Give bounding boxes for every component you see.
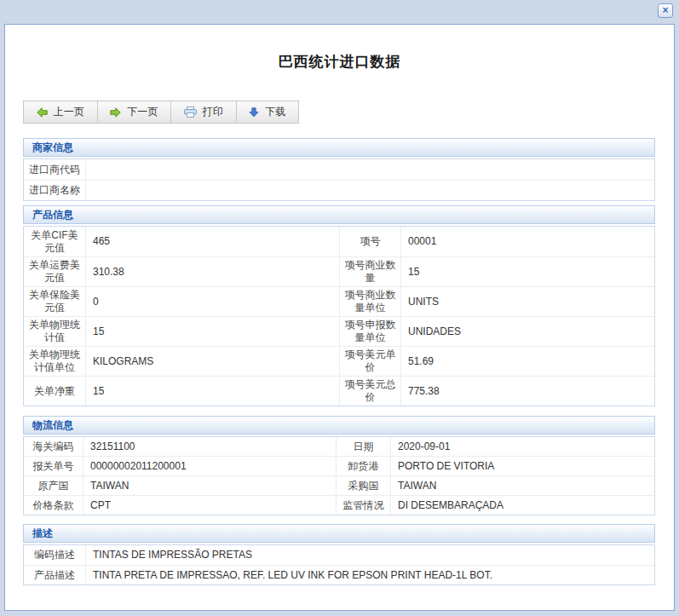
field-value: 2020-09-01	[391, 437, 654, 456]
prev-page-label: 上一页	[54, 105, 84, 119]
dialog-panel: 巴西统计进口数据 上一页 下一页 打印	[4, 24, 675, 611]
table-row: 报关单号 00000002011200001 卸货港 PORTO DE VITO…	[24, 456, 654, 475]
field-value: UNITS	[401, 287, 654, 316]
field-value: 15	[86, 377, 339, 406]
field-value: 51.69	[401, 347, 654, 376]
description-table: 编码描述 TINTAS DE IMPRESSÃO PRETAS 产品描述 TIN…	[23, 544, 655, 585]
field-label: 关单CIF美元值	[24, 227, 86, 256]
field-value: 15	[401, 257, 654, 286]
field-value: TINTA PRETA DE IMPRESSAO, REF. LED UV IN…	[86, 566, 654, 584]
download-button[interactable]: 下载	[237, 101, 299, 123]
table-row: 关单运费美元值 310.38 项号商业数量 15	[24, 256, 654, 286]
field-value: 32151100	[83, 437, 336, 456]
field-value: KILOGRAMS	[86, 347, 339, 376]
field-value: TAIWAN	[391, 476, 654, 495]
field-label: 进口商代码	[24, 159, 86, 180]
field-label: 项号美元单价	[339, 347, 401, 376]
arrow-left-green-icon	[37, 107, 48, 118]
field-label: 项号美元总价	[339, 377, 401, 406]
printer-icon	[184, 107, 197, 118]
field-label: 产品描述	[24, 566, 86, 584]
table-row: 价格条款 CPT 监管情况 DI DESEMBARAÇADA	[24, 495, 654, 515]
print-label: 打印	[203, 105, 223, 119]
table-row: 海关编码 32151100 日期 2020-09-01	[24, 437, 654, 456]
table-row: 进口商代码	[24, 159, 654, 180]
section-header: 描述	[23, 524, 655, 543]
merchant-table: 进口商代码 进口商名称	[23, 158, 655, 201]
field-label: 报关单号	[24, 457, 83, 475]
section-header: 产品信息	[23, 205, 655, 224]
section-logistics-info: 物流信息 海关编码 32151100 日期 2020-09-01 报关单号 00…	[23, 416, 655, 515]
field-label: 监管情况	[336, 496, 391, 515]
field-value: 00001	[401, 227, 654, 256]
field-label: 进口商名称	[24, 181, 86, 200]
next-page-label: 下一页	[127, 105, 158, 119]
field-label: 项号商业数量单位	[339, 287, 401, 316]
table-row: 关单CIF美元值 465 项号 00001	[24, 227, 654, 256]
field-label: 日期	[336, 437, 391, 456]
field-value: PORTO DE VITORIA	[391, 457, 654, 475]
field-value: TAIWAN	[83, 476, 336, 495]
field-value: UNIDADES	[401, 317, 654, 346]
table-row: 关单保险美元值 0 项号商业数量单位 UNITS	[24, 286, 654, 316]
field-label: 卸货港	[336, 457, 391, 475]
table-row: 关单物理统计值 15 项号申报数量单位 UNIDADES	[24, 316, 654, 346]
prev-page-button[interactable]: 上一页	[24, 101, 98, 123]
field-label: 海关编码	[24, 437, 83, 456]
field-value: 15	[86, 317, 339, 346]
field-value: 0	[86, 287, 339, 316]
field-value: TINTAS DE IMPRESSÃO PRETAS	[86, 545, 654, 565]
arrow-right-green-icon	[110, 107, 121, 118]
field-label: 原产国	[24, 476, 83, 495]
table-row: 产品描述 TINTA PRETA DE IMPRESSAO, REF. LED …	[24, 565, 654, 584]
field-label: 关单物理统计值单位	[24, 347, 86, 376]
field-value	[86, 159, 654, 180]
field-label: 编码描述	[24, 545, 86, 565]
table-row: 原产国 TAIWAN 采购国 TAIWAN	[24, 475, 654, 495]
field-label: 项号申报数量单位	[339, 317, 401, 346]
section-header: 物流信息	[23, 416, 655, 435]
field-value: CPT	[83, 496, 336, 515]
toolbar: 上一页 下一页 打印 下载	[23, 101, 299, 124]
section-description: 描述 编码描述 TINTAS DE IMPRESSÃO PRETAS 产品描述 …	[23, 524, 655, 585]
product-table: 关单CIF美元值 465 项号 00001 关单运费美元值 310.38 项号商…	[23, 226, 655, 406]
next-page-button[interactable]: 下一页	[98, 101, 172, 123]
field-value: 00000002011200001	[83, 457, 336, 475]
table-row: 进口商名称	[24, 180, 654, 200]
print-button[interactable]: 打印	[171, 101, 237, 123]
field-label: 关单保险美元值	[24, 287, 86, 316]
field-value: DI DESEMBARAÇADA	[391, 496, 654, 515]
section-header: 商家信息	[23, 138, 655, 157]
arrow-down-blue-icon	[249, 107, 259, 118]
field-label: 项号	[339, 227, 401, 256]
field-value: 775.38	[401, 377, 654, 406]
field-value	[86, 181, 654, 200]
field-label: 项号商业数量	[339, 257, 401, 286]
field-value: 310.38	[86, 257, 339, 286]
table-row: 关单物理统计值单位 KILOGRAMS 项号美元单价 51.69	[24, 346, 654, 376]
close-icon[interactable]: ×	[658, 3, 673, 18]
field-label: 价格条款	[24, 496, 83, 515]
field-label: 采购国	[336, 476, 391, 495]
download-label: 下载	[265, 105, 285, 119]
page-title: 巴西统计进口数据	[5, 25, 674, 72]
field-label: 关单物理统计值	[24, 317, 86, 346]
field-value: 465	[86, 227, 339, 256]
field-label: 关单净重	[24, 377, 86, 406]
table-row: 编码描述 TINTAS DE IMPRESSÃO PRETAS	[24, 545, 654, 565]
table-row: 关单净重 15 项号美元总价 775.38	[24, 376, 654, 406]
logistics-table: 海关编码 32151100 日期 2020-09-01 报关单号 0000000…	[23, 436, 655, 515]
field-label: 关单运费美元值	[24, 257, 86, 286]
section-product-info: 产品信息 关单CIF美元值 465 项号 00001 关单运费美元值 310.3…	[23, 205, 655, 406]
section-merchant-info: 商家信息 进口商代码 进口商名称	[23, 138, 655, 201]
